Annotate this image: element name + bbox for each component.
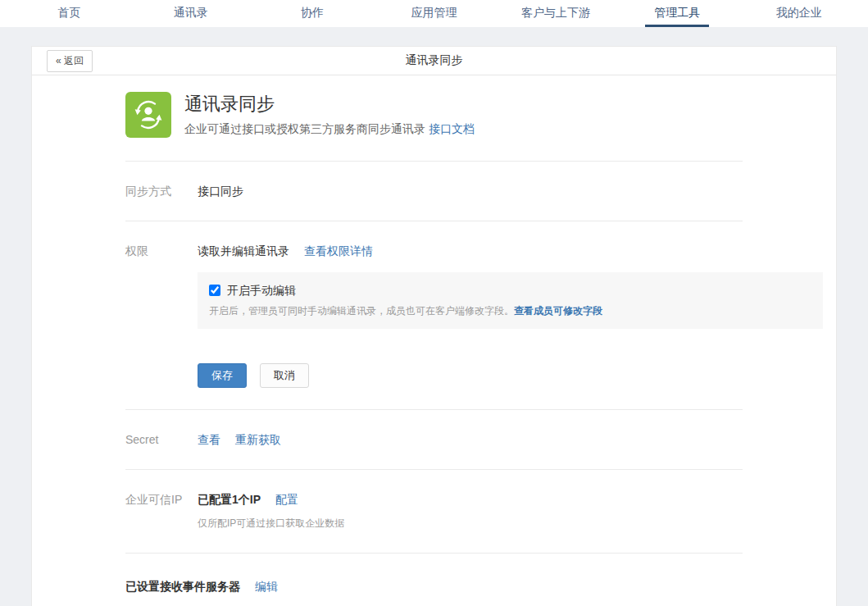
trusted-ip-row: 企业可信IP 已配置1个IP 配置 仅所配IP可通过接口获取企业数据 — [125, 470, 823, 553]
settings-content: 通讯录同步 企业可通过接口或授权第三方服务商同步通讯录 接口文档 同步方式 接口… — [32, 75, 836, 606]
content-card: 通讯录同步 « 返回 通讯录同步 企业可 — [31, 46, 837, 606]
manual-edit-description: 开启后，管理员可同时手动编辑通讯录，成员也可在客户端修改字段。查看成员可修改字段 — [209, 304, 811, 318]
app-title: 通讯录同步 — [184, 93, 475, 115]
modifiable-fields-link[interactable]: 查看成员可修改字段 — [514, 305, 602, 317]
sync-person-glyph — [130, 97, 166, 133]
top-navigation-inner: 首页 通讯录 协作 应用管理 客户与上下游 管理工具 我的企业 — [0, 0, 868, 27]
save-button[interactable]: 保存 — [198, 363, 247, 388]
contacts-sync-icon — [125, 92, 171, 138]
trusted-ip-status: 已配置1个IP — [198, 493, 261, 506]
permission-value: 读取并编辑通讯录 — [198, 244, 289, 257]
back-button[interactable]: « 返回 — [47, 50, 93, 72]
manual-edit-checkbox-label[interactable]: 开启手动编辑 — [227, 282, 296, 298]
manual-edit-checkbox[interactable] — [209, 285, 220, 296]
permission-content: 读取并编辑通讯录 查看权限详情 开启手动编辑 开启后，管理员可同时手动编辑通讯录… — [198, 243, 823, 388]
nav-item-collaboration[interactable]: 协作 — [252, 0, 373, 27]
nav-item-customers[interactable]: 客户与上下游 — [495, 0, 616, 27]
permission-label: 权限 — [125, 243, 198, 388]
permission-actions: 保存 取消 — [198, 363, 823, 388]
manual-edit-option: 开启手动编辑 — [209, 282, 811, 298]
sync-method-label: 同步方式 — [125, 183, 198, 199]
event-server-row: 已设置接收事件服务器 编辑 — [125, 554, 823, 606]
permission-row: 权限 读取并编辑通讯录 查看权限详情 开启手动编辑 开启后，管理员可同时手动编辑… — [125, 221, 823, 409]
nav-item-home[interactable]: 首页 — [8, 0, 130, 27]
sync-method-value: 接口同步 — [198, 183, 823, 199]
manual-edit-description-text: 开启后，管理员可同时手动编辑通讯录，成员也可在客户端修改字段。 — [209, 305, 514, 317]
app-intro-text: 通讯录同步 企业可通过接口或授权第三方服务商同步通讯录 接口文档 — [184, 92, 475, 138]
trusted-ip-content: 已配置1个IP 配置 仅所配IP可通过接口获取企业数据 — [198, 491, 823, 531]
top-navigation: 首页 通讯录 协作 应用管理 客户与上下游 管理工具 我的企业 — [0, 0, 868, 27]
event-server-edit-link[interactable]: 编辑 — [255, 580, 278, 593]
event-server-status: 已设置接收事件服务器 — [125, 580, 240, 593]
nav-item-app-management[interactable]: 应用管理 — [373, 0, 494, 27]
app-description-text: 企业可通过接口或授权第三方服务商同步通讯录 — [184, 122, 425, 135]
trusted-ip-description: 仅所配IP可通过接口获取企业数据 — [198, 515, 823, 531]
trusted-ip-label: 企业可信IP — [125, 491, 198, 531]
secret-content: 查看 重新获取 — [198, 431, 823, 448]
page-title: 通讯录同步 — [32, 53, 836, 68]
trusted-ip-config-link[interactable]: 配置 — [275, 493, 298, 506]
manual-edit-box: 开启手动编辑 开启后，管理员可同时手动编辑通讯录，成员也可在客户端修改字段。查看… — [198, 272, 823, 329]
nav-item-admin-tools[interactable]: 管理工具 — [616, 0, 738, 27]
nav-item-contacts[interactable]: 通讯录 — [130, 0, 251, 27]
secret-label: Secret — [125, 431, 198, 448]
nav-item-my-enterprise[interactable]: 我的企业 — [738, 0, 860, 27]
app-intro: 通讯录同步 企业可通过接口或授权第三方服务商同步通讯录 接口文档 — [125, 75, 823, 161]
api-doc-link[interactable]: 接口文档 — [429, 122, 475, 135]
secret-refresh-link[interactable]: 重新获取 — [235, 433, 281, 446]
permission-detail-link[interactable]: 查看权限详情 — [304, 244, 373, 257]
cancel-button[interactable]: 取消 — [260, 363, 309, 388]
page-header: 通讯录同步 « 返回 — [32, 47, 836, 75]
secret-row: Secret 查看 重新获取 — [125, 410, 823, 469]
sync-method-row: 同步方式 接口同步 — [125, 162, 823, 221]
app-description: 企业可通过接口或授权第三方服务商同步通讯录 接口文档 — [184, 122, 475, 137]
secret-view-link[interactable]: 查看 — [198, 433, 220, 446]
